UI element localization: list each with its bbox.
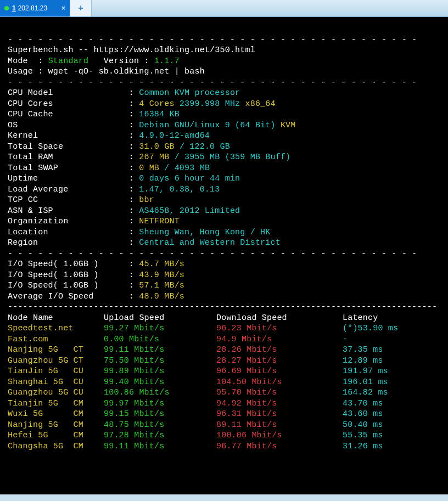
- node-name: TianJin 5G CU: [8, 366, 104, 377]
- download-speed: 96.77 Mbit/s: [216, 441, 343, 452]
- download-speed: 94.92 Mbit/s: [216, 398, 343, 409]
- download-speed: 95.70 Mbit/s: [216, 387, 343, 398]
- speed-row: Wuxi 5G CM99.15 Mbit/s96.31 Mbit/s43.60 …: [8, 409, 440, 420]
- upload-speed: 0.00 Mbit/s: [104, 334, 216, 345]
- speed-row: Guangzhou 5G CT75.50 Mbit/s28.27 Mbit/s1…: [8, 356, 440, 367]
- separator: ----------------------------------------…: [8, 302, 437, 312]
- status-dot-icon: [4, 6, 9, 10]
- system-info-block: CPU Model : Common KVM processor CPU Cor…: [8, 88, 440, 249]
- download-speed: 100.06 Mbit/s: [216, 430, 343, 441]
- col-download: Download Speed: [216, 313, 343, 324]
- speed-row: Nanjing 5G CT99.11 Mbit/s28.26 Mbit/s37.…: [8, 345, 440, 356]
- tab-ip: 202.81.23: [18, 4, 47, 12]
- download-speed: 28.26 Mbit/s: [216, 345, 343, 356]
- upload-speed: 97.28 Mbit/s: [104, 430, 216, 441]
- sysinfo-row: Total RAM : 267 MB / 3955 MB (359 MB Buf…: [8, 153, 290, 162]
- upload-speed: 99.11 Mbit/s: [104, 345, 216, 356]
- node-name: Nanjing 5G CM: [8, 420, 104, 431]
- io-row: I/O Speed( 1.0GB ) : 45.7 MB/s: [8, 260, 184, 269]
- separator: - - - - - - - - - - - - - - - - - - - - …: [8, 249, 417, 258]
- latency: 55.35 ms: [343, 430, 440, 441]
- sysinfo-row: Region : Central and Western District: [8, 238, 281, 247]
- speed-row: Speedtest.net99.27 Mbit/s96.23 Mbit/s(*)…: [8, 323, 440, 334]
- io-speed-block: I/O Speed( 1.0GB ) : 45.7 MB/s I/O Speed…: [8, 259, 440, 302]
- upload-speed: 99.97 Mbit/s: [104, 398, 216, 409]
- io-row: I/O Speed( 1.0GB ) : 57.1 MB/s: [8, 281, 184, 290]
- speed-row: Shanghai 5G CU99.40 Mbit/s104.50 Mbit/s1…: [8, 377, 440, 388]
- upload-speed: 99.15 Mbit/s: [104, 409, 216, 420]
- sysinfo-row: Kernel : 4.9.0-12-amd64: [8, 131, 210, 140]
- header-title: Superbench.sh -- https://www.oldking.net…: [8, 46, 255, 55]
- col-node: Node Name: [8, 313, 104, 324]
- download-speed: 96.69 Mbit/s: [216, 366, 343, 377]
- separator: - - - - - - - - - - - - - - - - - - - - …: [8, 35, 417, 44]
- io-row: Average I/O Speed : 48.9 MB/s: [8, 292, 184, 301]
- download-speed: 104.50 Mbit/s: [216, 377, 343, 388]
- sysinfo-row: Total SWAP : 0 MB / 4093 MB: [8, 164, 210, 173]
- download-speed: 89.11 Mbit/s: [216, 420, 343, 431]
- upload-speed: 99.40 Mbit/s: [104, 377, 216, 388]
- tab-bar: 1 202.81.23 × +: [0, 0, 448, 17]
- upload-speed: 99.89 Mbit/s: [104, 366, 216, 377]
- sysinfo-row: CPU Cache : 16384 KB: [8, 110, 180, 119]
- sysinfo-row: Organization : NETFRONT: [8, 217, 180, 226]
- latency: 43.60 ms: [343, 409, 440, 420]
- node-name: Guangzhou 5G CT: [8, 356, 104, 367]
- speed-row: TianJin 5G CU99.89 Mbit/s96.69 Mbit/s191…: [8, 366, 440, 377]
- upload-speed: 100.86 Mbit/s: [104, 387, 216, 398]
- latency: 50.40 ms: [343, 420, 440, 431]
- separator: - - - - - - - - - - - - - - - - - - - - …: [8, 78, 417, 87]
- version-value: 1.1.7: [154, 57, 180, 66]
- version-label: Version :: [88, 57, 154, 66]
- terminal-output: - - - - - - - - - - - - - - - - - - - - …: [0, 17, 448, 494]
- latency: 12.89 ms: [343, 356, 440, 367]
- latency: 31.26 ms: [343, 441, 440, 452]
- download-speed: 96.23 Mbit/s: [216, 323, 343, 334]
- sysinfo-row: ASN & ISP : AS4658, 2012 Limited: [8, 206, 240, 216]
- node-name: Wuxi 5G CM: [8, 409, 104, 420]
- col-upload: Upload Speed: [104, 313, 216, 324]
- node-name: Tianjin 5G CM: [8, 398, 104, 409]
- node-name: Fast.com: [8, 334, 104, 345]
- node-name: Speedtest.net: [8, 323, 104, 334]
- upload-speed: 99.27 Mbit/s: [104, 323, 216, 334]
- download-speed: 28.27 Mbit/s: [216, 356, 343, 367]
- io-row: I/O Speed( 1.0GB ) : 43.9 MB/s: [8, 271, 184, 280]
- sysinfo-row: Load Average : 1.47, 0.38, 0.13: [8, 185, 220, 194]
- usage-line: Usage : wget -qO- sb.oldking.net | bash: [8, 67, 205, 76]
- mode-value: Standard: [48, 57, 89, 66]
- close-icon[interactable]: ×: [61, 4, 65, 12]
- sysinfo-row: Uptime : 0 days 6 hour 44 min: [8, 174, 240, 183]
- node-name: Changsha 5G CM: [8, 441, 104, 452]
- upload-speed: 48.75 Mbit/s: [104, 420, 216, 431]
- speed-row: Changsha 5G CM99.11 Mbit/s96.77 Mbit/s31…: [8, 441, 440, 452]
- sysinfo-row: Location : Sheung Wan, Hong Kong / HK: [8, 228, 271, 237]
- sysinfo-row: CPU Cores : 4 Cores 2399.998 MHz x86_64: [8, 99, 276, 109]
- speed-table: Node NameUpload SpeedDownload SpeedLaten…: [8, 313, 440, 452]
- tab-session-1[interactable]: 1 202.81.23 ×: [0, 0, 70, 16]
- tab-index: 1: [12, 4, 16, 12]
- speed-header-row: Node NameUpload SpeedDownload SpeedLaten…: [8, 313, 440, 324]
- upload-speed: 99.11 Mbit/s: [104, 441, 216, 452]
- node-name: Guangzhou 5G CU: [8, 387, 104, 398]
- latency: (*)53.90 ms: [343, 323, 440, 334]
- node-name: Nanjing 5G CT: [8, 345, 104, 356]
- latency: -: [343, 334, 440, 345]
- mode-label: Mode :: [8, 57, 48, 66]
- download-speed: 96.31 Mbit/s: [216, 409, 343, 420]
- latency: 191.97 ms: [343, 366, 440, 377]
- sysinfo-row: CPU Model : Common KVM processor: [8, 88, 240, 98]
- latency: 196.01 ms: [343, 377, 440, 388]
- node-name: Shanghai 5G CU: [8, 377, 104, 388]
- speed-row: Fast.com0.00 Mbit/s94.9 Mbit/s-: [8, 334, 440, 345]
- speed-row: Hefei 5G CM97.28 Mbit/s100.06 Mbit/s55.3…: [8, 430, 440, 441]
- new-tab-button[interactable]: +: [70, 0, 92, 16]
- sysinfo-row: Total Space : 31.0 GB / 122.0 GB: [8, 142, 230, 151]
- node-name: Hefei 5G CM: [8, 430, 104, 441]
- latency: 164.82 ms: [343, 387, 440, 398]
- col-latency: Latency: [343, 313, 440, 324]
- sysinfo-row: TCP CC : bbr: [8, 195, 154, 205]
- upload-speed: 75.50 Mbit/s: [104, 356, 216, 367]
- sysinfo-row: OS : Debian GNU/Linux 9 (64 Bit) KVM: [8, 121, 296, 130]
- speed-row: Nanjing 5G CM48.75 Mbit/s89.11 Mbit/s50.…: [8, 420, 440, 431]
